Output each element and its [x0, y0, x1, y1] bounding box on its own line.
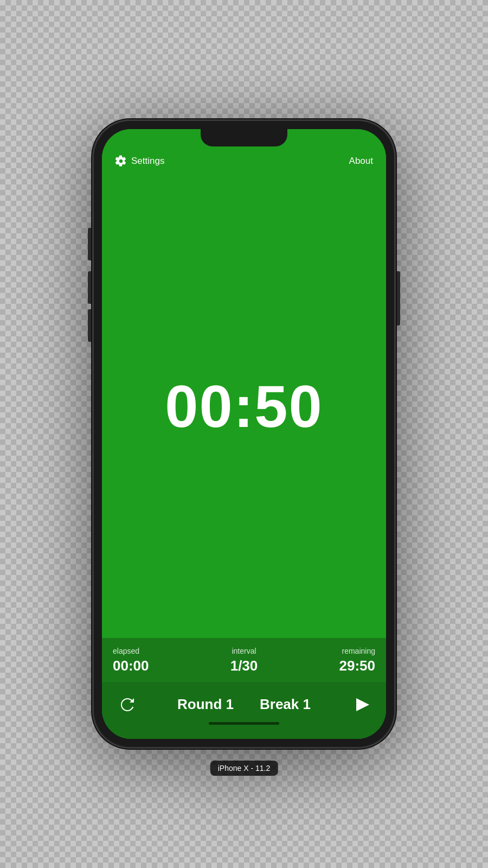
remaining-stat: remaining 29:50 [339, 647, 375, 674]
interval-stat: interval 1/30 [230, 647, 258, 674]
stats-bar: elapsed 00:00 interval 1/30 remaining 29… [102, 638, 386, 682]
reset-icon [117, 694, 138, 716]
home-indicator [209, 722, 279, 725]
screen: Settings About 00:50 elapsed 00:00 inter… [102, 129, 386, 739]
interval-value: 1/30 [230, 658, 258, 674]
play-button[interactable] [346, 690, 375, 719]
elapsed-label: elapsed [113, 647, 139, 655]
about-button[interactable]: About [349, 156, 373, 167]
remaining-value: 29:50 [339, 658, 375, 674]
round-break-container: Round 1 Break 1 [142, 690, 346, 719]
play-icon [350, 694, 371, 716]
about-label: About [349, 156, 373, 166]
remaining-label: remaining [342, 647, 375, 655]
phone-device: Settings About 00:50 elapsed 00:00 inter… [92, 119, 396, 749]
svg-marker-0 [356, 698, 369, 711]
timer-area: 00:50 [102, 174, 386, 638]
elapsed-value: 00:00 [113, 658, 149, 674]
controls-bar: Round 1 Break 1 [102, 682, 386, 739]
phone-shell: Settings About 00:50 elapsed 00:00 inter… [92, 119, 396, 749]
settings-label: Settings [131, 156, 164, 167]
device-label: iPhone X - 11.2 [210, 761, 278, 776]
break-button[interactable]: Break 1 [247, 690, 324, 719]
timer-display: 00:50 [165, 372, 323, 441]
elapsed-stat: elapsed 00:00 [113, 647, 149, 674]
round-button[interactable]: Round 1 [164, 690, 247, 719]
interval-label: interval [232, 647, 256, 655]
settings-button[interactable]: Settings [115, 155, 164, 167]
gear-icon [115, 155, 127, 167]
notch [201, 129, 287, 146]
reset-button[interactable] [113, 690, 142, 719]
